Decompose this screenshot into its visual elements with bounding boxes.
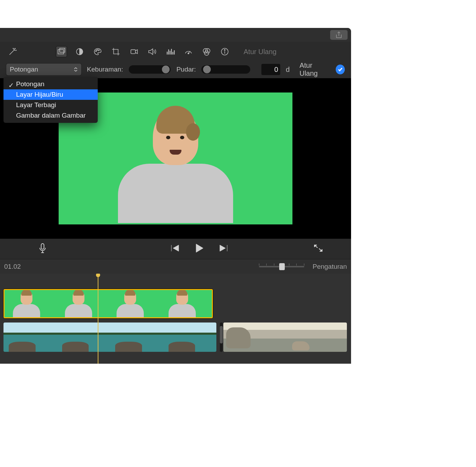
svg-rect-6 xyxy=(131,50,135,53)
voiceover-button[interactable] xyxy=(38,243,47,255)
overlay-type-dropdown[interactable]: Potongan xyxy=(6,64,81,75)
slider-thumb[interactable] xyxy=(203,66,211,73)
svg-rect-13 xyxy=(41,244,44,249)
speed-tool[interactable] xyxy=(183,46,194,57)
gauge-icon xyxy=(184,47,193,56)
svg-rect-0 xyxy=(58,50,64,54)
info-tool[interactable] xyxy=(219,46,230,57)
subject-person xyxy=(116,109,235,224)
contrast-tool[interactable] xyxy=(74,46,85,57)
clip-frame xyxy=(285,323,347,352)
main-clip-2[interactable] xyxy=(223,323,347,352)
overlay-icon xyxy=(57,47,66,56)
camera-icon xyxy=(129,47,139,56)
next-button[interactable] xyxy=(219,244,228,253)
info-icon xyxy=(220,47,229,56)
fullscreen-button[interactable] xyxy=(313,244,323,254)
clip-frame xyxy=(160,290,212,317)
clip-frame xyxy=(110,323,163,352)
fade-slider[interactable] xyxy=(201,65,250,74)
timeline-header: 01.02 Pengaturan xyxy=(0,259,351,274)
svg-point-5 xyxy=(98,50,99,51)
menu-item-cutaway[interactable]: ✓ Potongan xyxy=(3,79,98,89)
skip-forward-icon xyxy=(219,244,228,252)
menu-item-label: Gambar dalam Gambar xyxy=(16,112,86,119)
main-clip-1[interactable] xyxy=(3,323,216,352)
duration-unit: d xyxy=(286,66,290,74)
dropdown-value: Potongan xyxy=(10,66,38,73)
share-button[interactable] xyxy=(330,30,348,40)
menu-item-greenscreen[interactable]: Layar Hijau/Biru xyxy=(3,89,98,100)
menu-item-splitscreen[interactable]: Layar Terbagi xyxy=(3,100,98,110)
clip-frame xyxy=(108,290,160,317)
title-bar xyxy=(0,28,351,42)
menu-item-label: Potongan xyxy=(16,80,44,88)
controls-reset[interactable]: Atur Ulang xyxy=(299,61,330,77)
svg-point-4 xyxy=(97,50,98,51)
check-icon: ✓ xyxy=(8,81,14,89)
venn-icon xyxy=(202,47,211,56)
clip-frame xyxy=(3,323,57,352)
clip-frame xyxy=(5,290,57,317)
apply-button[interactable] xyxy=(336,65,345,74)
play-button[interactable] xyxy=(195,243,204,254)
duration-field[interactable]: 0 xyxy=(261,64,280,75)
playhead[interactable] xyxy=(98,274,98,364)
svg-point-7 xyxy=(188,53,189,54)
slider-thumb[interactable] xyxy=(162,66,170,73)
contrast-icon xyxy=(75,47,84,56)
crop-tool[interactable] xyxy=(110,46,121,57)
zoom-slider[interactable] xyxy=(259,266,304,267)
clip-frame xyxy=(223,323,285,352)
inspector-toolbar: Atur Ulang xyxy=(0,42,351,61)
prev-button[interactable] xyxy=(170,244,179,253)
check-icon xyxy=(337,67,343,72)
equalizer-icon xyxy=(166,47,175,56)
clip-frame xyxy=(163,323,217,352)
magic-wand-button[interactable] xyxy=(7,46,18,57)
volume-tool[interactable] xyxy=(147,46,158,57)
expand-icon xyxy=(313,244,323,252)
crop-icon xyxy=(111,47,120,56)
app-window: Atur Ulang Potongan ✓ Potongan Layar Hij… xyxy=(0,28,351,364)
menu-item-label: Layar Hijau/Biru xyxy=(16,91,63,98)
clip-scrollbar[interactable] xyxy=(220,323,223,352)
slider-thumb[interactable] xyxy=(279,263,285,270)
blur-label: Keburaman: xyxy=(87,66,123,73)
toolbar-reset[interactable]: Atur Ulang xyxy=(244,48,277,56)
svg-point-3 xyxy=(96,51,97,52)
microphone-icon xyxy=(38,243,47,253)
clip-frame xyxy=(57,323,110,352)
menu-item-pip[interactable]: Gambar dalam Gambar xyxy=(3,110,98,121)
fade-label: Pudar: xyxy=(176,66,196,73)
duration-value: 0 xyxy=(274,66,278,74)
clip-frame xyxy=(57,290,109,317)
skip-back-icon xyxy=(170,244,179,252)
play-icon xyxy=(195,243,204,253)
volume-icon xyxy=(148,47,157,56)
palette-icon xyxy=(93,47,102,56)
settings-button[interactable]: Pengaturan xyxy=(313,263,347,270)
overlay-controls: Potongan ✓ Potongan Layar Hijau/Biru Lay… xyxy=(0,61,351,77)
share-icon xyxy=(335,31,342,39)
timecode: 01.02 xyxy=(4,263,21,270)
transport-bar xyxy=(0,239,351,259)
menu-item-label: Layar Terbagi xyxy=(16,101,56,109)
stabilize-tool[interactable] xyxy=(128,46,140,57)
wand-icon xyxy=(8,47,17,57)
overlay-tool[interactable] xyxy=(56,46,67,57)
chevron-updown-icon xyxy=(74,67,78,72)
blur-slider[interactable] xyxy=(129,65,171,74)
svg-rect-1 xyxy=(60,48,65,52)
equalizer-tool[interactable] xyxy=(165,46,176,57)
overlay-type-menu: ✓ Potongan Layar Hijau/Biru Layar Terbag… xyxy=(3,77,98,123)
filter-tool[interactable] xyxy=(201,46,212,57)
timeline[interactable] xyxy=(0,274,351,364)
svg-point-12 xyxy=(224,50,225,50)
overlay-clip[interactable] xyxy=(3,289,213,318)
color-tool[interactable] xyxy=(92,46,103,57)
